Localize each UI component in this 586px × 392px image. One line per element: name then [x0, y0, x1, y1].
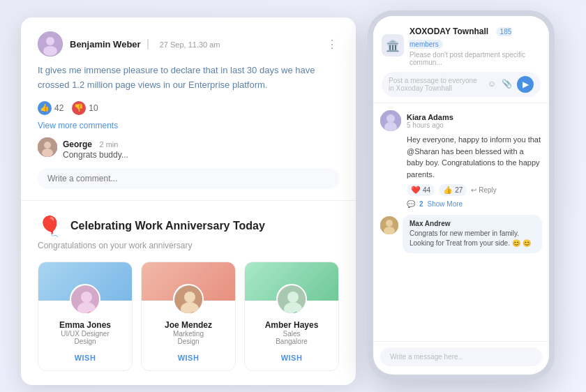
post-author-avatar — [38, 31, 63, 56]
card-dept-2: Bangalore — [250, 338, 333, 345]
compose-bar[interactable]: Post a message to everyone in Xoxoday To… — [382, 72, 541, 97]
anniversary-card-2: 2nd Amber Hayes Sales Bangalore WISH — [244, 262, 339, 371]
card-role-2: Sales — [250, 330, 333, 338]
card-role-0: UI/UX Designer — [44, 330, 126, 338]
reaction-heart[interactable]: ❤️ 44 — [407, 184, 435, 196]
anniversary-subtitle: Congratulations on your work anniversary — [38, 241, 339, 250]
phone-footer: Write a message here.. — [373, 341, 549, 375]
desktop-card: Benjamin Weber | 27 Sep, 11.30 am ⋮ It g… — [21, 17, 356, 385]
comment-time: 2 min — [99, 140, 118, 149]
heart-count: 44 — [423, 186, 430, 194]
post-author-name: Benjamin Weber — [70, 39, 141, 50]
svg-point-4 — [44, 142, 51, 149]
phone-outer: 🏛️ XOXODAY Townhall 185 members Please d… — [368, 10, 555, 380]
thread-count: 2 — [419, 200, 423, 208]
svg-point-2 — [43, 46, 57, 56]
like-reaction: 👍 42 — [38, 101, 63, 115]
anniversary-icon: 🎈 — [38, 215, 62, 238]
thumbs-emoji: 👍 — [443, 186, 453, 195]
message-0: Kiara Adams 5 hours ago Hey everyone, ha… — [380, 110, 542, 208]
dislike-icon: 👎 — [72, 101, 86, 115]
comment-author-name: George — [63, 140, 92, 149]
show-more-link[interactable]: Show More — [428, 200, 463, 208]
phone-messages: Kiara Adams 5 hours ago Hey everyone, ha… — [373, 103, 549, 341]
svg-point-1 — [46, 37, 54, 45]
card-avatar-0: 1st — [70, 284, 100, 315]
card-banner-2: 2nd — [245, 262, 338, 301]
thread-row-0: 💬 2 Show More — [407, 200, 542, 208]
more-options-button[interactable]: ⋮ — [326, 38, 339, 51]
phone-inner: 🏛️ XOXODAY Townhall 185 members Please d… — [373, 16, 549, 375]
message-input[interactable]: Write a message here.. — [380, 347, 542, 366]
thumbs-count: 27 — [455, 186, 463, 194]
svg-point-19 — [386, 220, 393, 227]
card-dept-1: Design — [147, 338, 230, 345]
phone-wrap: 🏛️ XOXODAY Townhall 185 members Please d… — [368, 10, 555, 380]
compose-icons: ☺ 📎 — [488, 79, 513, 90]
anniversary-cards: 1st Emma Jones UI/UX Designer Design WIS… — [38, 262, 339, 371]
second-msg-content: Max Andrew Congrats for new member in fa… — [403, 215, 542, 253]
card-avatar-2: 2nd — [276, 284, 307, 315]
write-comment-input[interactable] — [38, 168, 339, 189]
reactions-bar: 👍 42 👎 10 — [38, 101, 339, 115]
msg-meta-0: Kiara Adams 5 hours ago — [407, 113, 453, 129]
msg-reactions-0: ❤️ 44 👍 27 ↩ Reply — [407, 184, 542, 196]
post-header: Benjamin Weber | 27 Sep, 11.30 am ⋮ — [38, 31, 339, 56]
channel-icon: 🏛️ — [382, 34, 404, 56]
wish-button-0[interactable]: WISH — [44, 351, 126, 365]
post-section: Benjamin Weber | 27 Sep, 11.30 am ⋮ It g… — [21, 17, 356, 201]
reply-label: Reply — [479, 186, 497, 194]
msg-name-0: Kiara Adams — [407, 113, 453, 121]
msg-header-0: Kiara Adams 5 hours ago — [380, 110, 542, 131]
reaction-thumbs[interactable]: 👍 27 — [439, 184, 467, 196]
post-time: 27 Sep, 11.30 am — [160, 40, 220, 49]
svg-point-10 — [184, 292, 195, 303]
card-name-2: Amber Hayes — [250, 320, 333, 330]
view-more-comments-link[interactable]: View more comments — [38, 121, 339, 130]
svg-point-5 — [42, 149, 53, 157]
card-dept-0: Design — [44, 338, 126, 345]
post-header-left: Benjamin Weber | 27 Sep, 11.30 am — [38, 31, 220, 56]
channel-desc: Please don't post department specific co… — [410, 51, 541, 66]
channel-info: XOXODAY Townhall 185 members Please don'… — [410, 24, 541, 66]
dislike-reaction: 👎 10 — [72, 101, 98, 115]
anniversary-header: 🎈 Celebrating Work Anniversary Today — [38, 215, 339, 238]
anniversary-card-0: 1st Emma Jones UI/UX Designer Design WIS… — [38, 262, 133, 371]
comment-author-avatar — [38, 137, 57, 157]
dislike-count: 10 — [89, 103, 98, 113]
anniversary-title: Celebrating Work Anniversary Today — [70, 220, 265, 232]
card-banner-0: 1st — [38, 262, 132, 301]
reply-button[interactable]: ↩ Reply — [471, 186, 497, 194]
svg-point-13 — [287, 292, 299, 303]
svg-point-16 — [386, 114, 395, 123]
wish-button-1[interactable]: WISH — [147, 351, 230, 365]
card-role-1: Marketing — [147, 330, 230, 338]
comment-content: George 2 min Congrats buddy... — [63, 137, 128, 160]
msg-avatar-0 — [380, 110, 401, 131]
emoji-icon[interactable]: ☺ — [488, 79, 499, 90]
phone-header: 🏛️ XOXODAY Townhall 185 members Please d… — [373, 16, 549, 103]
card-avatar-1: 1st — [173, 284, 204, 315]
wish-button-2[interactable]: WISH — [250, 351, 333, 365]
second-msg-text: Congrats for new member in family. Looki… — [410, 229, 535, 248]
post-text: It gives me immense pleasure to declare … — [38, 63, 339, 93]
anniversary-card-1: 1st Joe Mendez Marketing Design WISH — [141, 262, 236, 371]
chat-icon: 💬 — [407, 200, 415, 208]
scene: Benjamin Weber | 27 Sep, 11.30 am ⋮ It g… — [0, 0, 586, 392]
send-button[interactable]: ▶ — [517, 76, 534, 93]
reply-arrow-icon: ↩ — [471, 186, 476, 194]
compose-placeholder: Post a message to everyone in Xoxoday To… — [389, 77, 483, 92]
like-count: 42 — [54, 103, 63, 113]
msg-text-0: Hey everyone, happy to inform you that @… — [407, 134, 542, 180]
heart-emoji: ❤️ — [411, 186, 421, 195]
anniversary-section: 🎈 Celebrating Work Anniversary Today Con… — [21, 201, 356, 385]
card-banner-1: 1st — [142, 262, 235, 301]
card-name-1: Joe Mendez — [147, 320, 230, 330]
msg-time-0: 5 hours ago — [407, 121, 453, 129]
comment-text: Congrats buddy... — [63, 150, 128, 160]
attachment-icon[interactable]: 📎 — [502, 79, 513, 90]
svg-point-7 — [81, 292, 92, 303]
second-message: Max Andrew Congrats for new member in fa… — [380, 215, 542, 253]
card-name-0: Emma Jones — [44, 320, 126, 330]
like-icon: 👍 — [38, 101, 52, 115]
